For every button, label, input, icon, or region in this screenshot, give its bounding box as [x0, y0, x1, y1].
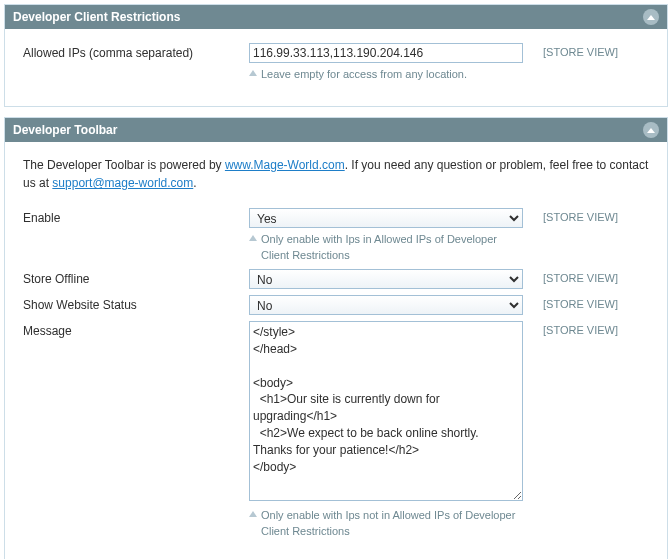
section-title: Developer Toolbar — [13, 123, 117, 137]
note-message: Only enable with Ips not in Allowed IPs … — [249, 508, 523, 539]
intro-after: . — [193, 176, 196, 190]
control-message: Only enable with Ips not in Allowed IPs … — [249, 321, 523, 539]
label-show-status: Show Website Status — [23, 295, 249, 312]
section-header-restrictions[interactable]: Developer Client Restrictions — [5, 5, 667, 29]
control-enable: Yes Only enable with Ips in Allowed IPs … — [249, 208, 523, 263]
section-body-restrictions: Allowed IPs (comma separated) Leave empt… — [5, 29, 667, 106]
link-mage-world[interactable]: www.Mage-World.com — [225, 158, 345, 172]
message-textarea[interactable] — [249, 321, 523, 501]
intro-before: The Developer Toolbar is powered by — [23, 158, 225, 172]
scope-message: [STORE VIEW] — [523, 321, 649, 336]
control-show-status: No — [249, 295, 523, 315]
label-message: Message — [23, 321, 249, 338]
intro-text: The Developer Toolbar is powered by www.… — [23, 156, 649, 192]
note-arrow-icon — [249, 511, 257, 517]
label-store-offline: Store Offline — [23, 269, 249, 286]
section-developer-toolbar: Developer Toolbar The Developer Toolbar … — [4, 117, 668, 559]
scope-enable: [STORE VIEW] — [523, 208, 649, 223]
label-enable: Enable — [23, 208, 249, 225]
note-text: Only enable with Ips in Allowed IPs of D… — [261, 232, 523, 263]
control-store-offline: No — [249, 269, 523, 289]
note-text: Only enable with Ips not in Allowed IPs … — [261, 508, 523, 539]
row-message: Message Only enable with Ips not in Allo… — [23, 321, 649, 539]
label-allowed-ips: Allowed IPs (comma separated) — [23, 43, 249, 60]
note-allowed-ips: Leave empty for access from any location… — [249, 67, 523, 82]
note-enable: Only enable with Ips in Allowed IPs of D… — [249, 232, 523, 263]
control-allowed-ips: Leave empty for access from any location… — [249, 43, 523, 82]
section-developer-client-restrictions: Developer Client Restrictions Allowed IP… — [4, 4, 668, 107]
section-header-toolbar[interactable]: Developer Toolbar — [5, 118, 667, 142]
collapse-icon[interactable] — [643, 122, 659, 138]
collapse-icon[interactable] — [643, 9, 659, 25]
store-offline-select[interactable]: No — [249, 269, 523, 289]
scope-store-offline: [STORE VIEW] — [523, 269, 649, 284]
note-arrow-icon — [249, 70, 257, 76]
link-support-email[interactable]: support@mage-world.com — [52, 176, 193, 190]
row-store-offline: Store Offline No [STORE VIEW] — [23, 269, 649, 289]
show-status-select[interactable]: No — [249, 295, 523, 315]
row-show-website-status: Show Website Status No [STORE VIEW] — [23, 295, 649, 315]
allowed-ips-input[interactable] — [249, 43, 523, 63]
note-arrow-icon — [249, 235, 257, 241]
section-title: Developer Client Restrictions — [13, 10, 180, 24]
scope-show-status: [STORE VIEW] — [523, 295, 649, 310]
row-enable: Enable Yes Only enable with Ips in Allow… — [23, 208, 649, 263]
scope-allowed-ips: [STORE VIEW] — [523, 43, 649, 58]
section-body-toolbar: The Developer Toolbar is powered by www.… — [5, 142, 667, 559]
enable-select[interactable]: Yes — [249, 208, 523, 228]
row-allowed-ips: Allowed IPs (comma separated) Leave empt… — [23, 43, 649, 82]
note-text: Leave empty for access from any location… — [261, 67, 467, 82]
